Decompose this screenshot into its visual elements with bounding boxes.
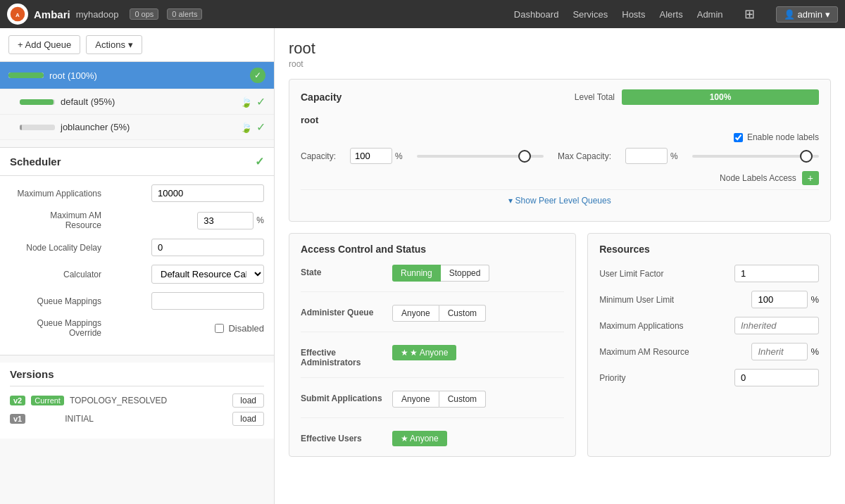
enable-node-labels-checkbox[interactable] [734, 133, 743, 142]
max-capacity-label: Max Capacity: [558, 151, 611, 161]
queue-item-joblauncher[interactable]: joblauncher (5%) 🍃 ✓ [0, 115, 274, 140]
queue-name-root: root (100%) [8, 70, 97, 81]
version-row-v2: v2 Current TOPOLOGY_RESOLVED load [10, 393, 264, 408]
grid-icon[interactable]: ⊞ [744, 6, 755, 22]
v2-load-button[interactable]: load [232, 393, 264, 408]
page-title: root [289, 39, 831, 58]
scheduler-form: Maximum Applications Maximum AMResource … [0, 176, 274, 355]
nav-admin[interactable]: Admin [697, 9, 723, 20]
access-control-title: Access Control and Status [301, 244, 564, 255]
effective-admin-anyone-button[interactable]: ★ ★ Anyone [392, 345, 456, 360]
chevron-down-icon: ▾ [825, 9, 830, 20]
min-user-limit-wrap: % [751, 291, 819, 308]
calculator-select[interactable]: Default Resource Cal [151, 265, 264, 284]
max-am-resource-label: Maximum AM Resource [599, 347, 689, 357]
effective-users-anyone-button[interactable]: ★ Anyone [392, 431, 447, 446]
stopped-button[interactable]: Stopped [441, 265, 490, 282]
running-button[interactable]: Running [392, 265, 441, 282]
capacity-panel: Capacity Level Total 100% root Enable no… [289, 79, 831, 222]
node-labels-access-row: Node Labels Access + [301, 171, 819, 185]
add-queue-button[interactable]: + Add Queue [8, 35, 80, 54]
queue-mappings-override-checkbox-label[interactable]: Disabled [215, 323, 264, 334]
max-am-input-wrap: % [197, 212, 264, 229]
user-limit-factor-input[interactable] [734, 265, 819, 282]
queue-mappings-override-row: Queue MappingsOverride Disabled [10, 318, 264, 338]
default-queue-icons: 🍃 ✓ [240, 95, 265, 108]
star-icon: ★ [401, 348, 408, 358]
user-menu[interactable]: 👤 admin ▾ [776, 6, 838, 23]
max-applications-input[interactable] [734, 317, 819, 334]
joblauncher-queue-icons: 🍃 ✓ [240, 120, 265, 134]
node-locality-label: Node Locality Delay [10, 243, 108, 253]
effective-administrators-label: Effective Administrators [301, 345, 392, 367]
node-locality-row: Node Locality Delay [10, 239, 264, 256]
versions-title: Versions [10, 368, 54, 380]
submit-anyone-button[interactable]: Anyone [392, 391, 439, 408]
max-apps-input[interactable] [151, 184, 264, 202]
priority-label: Priority [599, 373, 625, 383]
nav-alerts[interactable]: Alerts [659, 9, 682, 20]
root-queue-icons: ✓ [250, 68, 265, 83]
version-row-v1: v1 INITIAL load [10, 412, 264, 426]
queue-item-root[interactable]: root (100%) ✓ [0, 62, 274, 89]
default-progress-bar [20, 99, 55, 105]
left-panel: + Add Queue Actions ▾ root (100%) ✓ defa… [0, 28, 275, 504]
root-progress-bar [8, 73, 44, 78]
resources-panel: Resources User Limit Factor Minimum User… [587, 233, 831, 457]
submit-custom-button[interactable]: Custom [439, 391, 486, 408]
max-am-resource-input[interactable] [751, 343, 808, 360]
svg-text:A: A [15, 12, 20, 18]
v1-load-button[interactable]: load [232, 412, 264, 426]
min-user-limit-label: Minimum User Limit [599, 295, 674, 305]
queue-name-default: default (95%) [20, 96, 115, 107]
max-am-label: Maximum AMResource [10, 210, 108, 230]
current-badge: Current [31, 396, 64, 405]
scheduler-section-header: Scheduler ✓ [0, 148, 274, 176]
queue-mappings-override-checkbox[interactable] [215, 324, 224, 333]
star-icon-2: ★ [401, 434, 408, 443]
leaf-icon-2: 🍃 [240, 122, 252, 133]
alerts-badge[interactable]: 0 alerts [167, 8, 202, 20]
nav-hosts[interactable]: Hosts [622, 9, 645, 20]
max-am-input[interactable] [197, 212, 254, 229]
administer-btn-group: Anyone Custom [392, 305, 564, 322]
queue-item-default[interactable]: default (95%) 🍃 ✓ [0, 89, 274, 115]
priority-input[interactable] [734, 369, 819, 386]
submit-applications-content: Anyone Custom [392, 391, 564, 408]
submit-btn-group: Anyone Custom [392, 391, 564, 408]
ops-badge[interactable]: 0 ops [130, 8, 158, 20]
custom-button[interactable]: Custom [439, 305, 486, 322]
nav-dashboard[interactable]: Dashboard [514, 9, 559, 20]
capacity-input[interactable] [350, 148, 392, 164]
max-am-resource-row: Maximum AM Resource % [599, 343, 819, 360]
queue-mappings-input[interactable] [151, 292, 264, 310]
node-locality-input[interactable] [151, 239, 264, 256]
effective-users-row: Effective Users ★ Anyone [301, 431, 564, 446]
max-capacity-input[interactable] [625, 148, 668, 164]
max-am-resource-pct: % [810, 346, 819, 357]
min-user-limit-input[interactable] [751, 291, 808, 308]
min-user-limit-row: Minimum User Limit % [599, 291, 819, 308]
max-apps-row: Maximum Applications [10, 184, 264, 202]
capacity-slider-thumb[interactable] [518, 150, 531, 163]
calculator-row: Calculator Default Resource Cal [10, 265, 264, 284]
enable-node-labels-label[interactable]: Enable node labels [301, 132, 819, 142]
max-apps-label: Maximum Applications [10, 189, 108, 199]
max-capacity-slider-thumb[interactable] [800, 150, 813, 163]
user-icon: 👤 [784, 9, 795, 20]
show-peer-queues-button[interactable]: ▾ Show Peer Level Queues [301, 189, 819, 211]
node-labels-access-button[interactable]: + [802, 171, 819, 185]
v1-badge: v1 [10, 414, 25, 424]
administer-queue-row: Administer Queue Anyone Custom [301, 305, 564, 332]
resources-title: Resources [599, 244, 819, 255]
capacity-row: Capacity: % Max Capacity: % [301, 148, 819, 164]
min-user-limit-pct: % [810, 294, 819, 305]
capacity-slider-wrap [417, 155, 544, 158]
actions-button[interactable]: Actions ▾ [86, 35, 142, 54]
leaf-icon: 🍃 [240, 96, 252, 108]
nav-services[interactable]: Services [572, 9, 608, 20]
anyone-button[interactable]: Anyone [392, 305, 439, 322]
user-limit-factor-label: User Limit Factor [599, 269, 663, 279]
effective-administrators-row: Effective Administrators ★ ★ Anyone [301, 345, 564, 378]
user-limit-factor-row: User Limit Factor [599, 265, 819, 282]
